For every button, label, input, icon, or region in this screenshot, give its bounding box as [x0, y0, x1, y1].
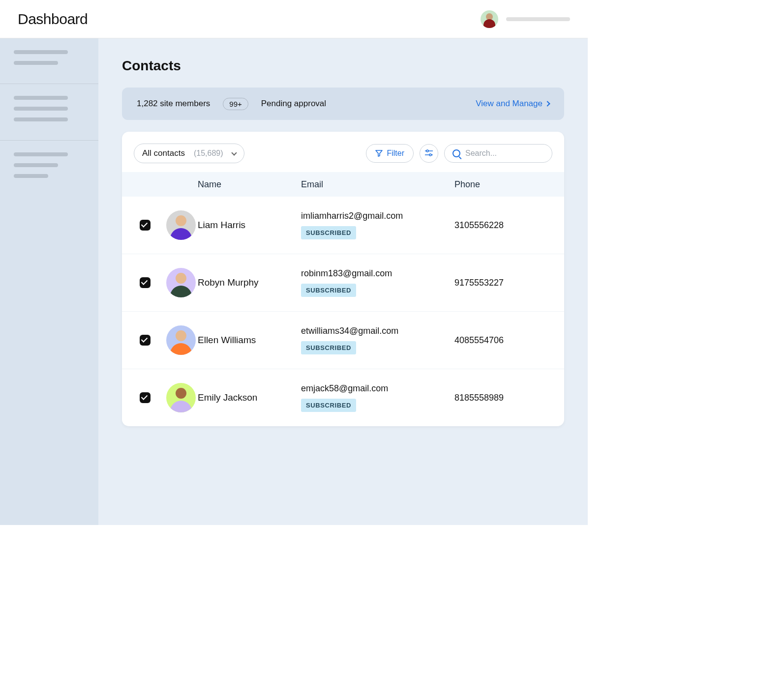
sliders-icon — [425, 149, 433, 158]
sidebar-item-placeholder[interactable] — [14, 152, 68, 156]
row-checkbox[interactable] — [140, 220, 151, 231]
contact-email: emjack58@gmail.com — [301, 383, 449, 394]
sidebar-item-placeholder[interactable] — [14, 61, 58, 65]
table-row[interactable]: Robyn Murphyrobinm183@gmail.comSUBSCRIBE… — [122, 254, 564, 311]
user-avatar[interactable] — [481, 10, 498, 28]
contact-avatar — [166, 268, 196, 297]
column-header-name: Name — [198, 179, 301, 190]
contact-phone: 9175553227 — [454, 278, 564, 288]
chevron-down-icon — [231, 150, 237, 155]
segment-count: (15,689) — [194, 149, 223, 158]
contact-name: Liam Harris — [198, 220, 301, 231]
search-input[interactable] — [465, 149, 544, 158]
view-manage-label: View and Manage — [476, 99, 543, 109]
chevron-right-icon — [544, 101, 550, 106]
sidebar-item-placeholder[interactable] — [14, 174, 48, 178]
contacts-card: All contacts (15,689) Filter — [122, 132, 564, 426]
contact-avatar — [166, 325, 196, 355]
contact-email: robinm183@gmail.com — [301, 268, 449, 279]
sidebar-item-placeholder[interactable] — [14, 163, 58, 167]
subscribed-badge: SUBSCRIBED — [301, 284, 356, 297]
contact-name: Emily Jackson — [198, 392, 301, 403]
sidebar-item-placeholder[interactable] — [14, 117, 68, 121]
filter-button[interactable]: Filter — [366, 144, 414, 163]
search-wrap — [444, 144, 552, 163]
contact-email: imliamharris2@gmail.com — [301, 211, 449, 221]
page-title: Contacts — [122, 58, 564, 74]
site-members-count: 1,282 site members — [137, 99, 210, 109]
column-settings-button[interactable] — [420, 144, 438, 163]
segment-label: All contacts — [142, 148, 185, 158]
sidebar-item-placeholder[interactable] — [14, 96, 68, 100]
contact-email: etwilliams34@gmail.com — [301, 326, 449, 336]
contact-name: Robyn Murphy — [198, 277, 301, 288]
column-header-email: Email — [301, 179, 449, 190]
pending-approval-label: Pending approval — [261, 99, 326, 109]
topbar: Dashboard — [0, 0, 588, 38]
contact-phone: 3105556228 — [454, 220, 564, 231]
view-manage-link[interactable]: View and Manage — [476, 99, 549, 109]
table-row[interactable]: Ellen Williamsetwilliams34@gmail.comSUBS… — [122, 311, 564, 369]
sidebar-group-1 — [0, 38, 98, 84]
contact-phone: 4085554706 — [454, 335, 564, 346]
pending-count-badge: 99+ — [223, 98, 248, 110]
row-checkbox[interactable] — [140, 335, 151, 346]
sidebar-group-2 — [0, 84, 98, 141]
row-checkbox[interactable] — [140, 277, 151, 288]
user-name-placeholder — [506, 17, 570, 21]
table-body: Liam Harrisimliamharris2@gmail.comSUBSCR… — [122, 197, 564, 426]
table-row[interactable]: Liam Harrisimliamharris2@gmail.comSUBSCR… — [122, 197, 564, 254]
filter-label: Filter — [387, 149, 404, 158]
contact-avatar — [166, 383, 196, 412]
svg-point-1 — [426, 150, 428, 152]
contact-phone: 8185558989 — [454, 393, 564, 403]
layout: Contacts 1,282 site members 99+ Pending … — [0, 38, 588, 525]
svg-point-3 — [429, 154, 431, 156]
segment-selector[interactable]: All contacts (15,689) — [134, 144, 244, 163]
row-checkbox[interactable] — [140, 392, 151, 403]
contacts-toolbar: All contacts (15,689) Filter — [122, 132, 564, 172]
search-icon — [452, 149, 460, 157]
filter-icon — [375, 150, 383, 157]
table-row[interactable]: Emily Jacksonemjack58@gmail.comSUBSCRIBE… — [122, 369, 564, 426]
members-banner: 1,282 site members 99+ Pending approval … — [122, 88, 564, 120]
subscribed-badge: SUBSCRIBED — [301, 341, 356, 354]
sidebar — [0, 38, 98, 525]
sidebar-group-3 — [0, 141, 98, 197]
sidebar-item-placeholder[interactable] — [14, 107, 68, 111]
topbar-right — [481, 10, 570, 28]
column-header-phone: Phone — [449, 179, 564, 190]
brand-title: Dashboard — [18, 11, 88, 28]
contact-avatar — [166, 210, 196, 240]
sidebar-item-placeholder[interactable] — [14, 50, 68, 54]
main: Contacts 1,282 site members 99+ Pending … — [98, 38, 588, 525]
table-header: Name Email Phone — [122, 172, 564, 197]
contact-name: Ellen Williams — [198, 335, 301, 346]
subscribed-badge: SUBSCRIBED — [301, 226, 356, 239]
subscribed-badge: SUBSCRIBED — [301, 399, 356, 412]
